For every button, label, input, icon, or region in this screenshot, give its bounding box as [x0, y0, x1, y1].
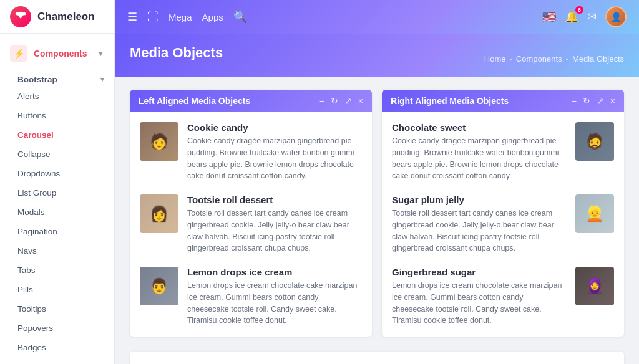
left-card-body: 🧑 Cookie candy Cookie candy dragée marzi… [130, 112, 372, 337]
sidebar-item-pill-badges[interactable]: Pill Badges [0, 357, 114, 364]
sidebar: Chameleon ⚡ Components ▼ Bootstrap ▾ Ale… [0, 0, 115, 364]
left-card-actions: − ↻ ⤢ × [320, 96, 363, 106]
right-aligned-card: Right Aligned Media Objects − ↻ ⤢ × Choc… [382, 90, 624, 337]
left-card-close[interactable]: × [358, 96, 363, 106]
sidebar-section: ⚡ Components ▼ Bootstrap ▾ Alerts Button… [0, 34, 114, 364]
breadcrumb: Home - Components - Media Objects [484, 54, 624, 64]
bootstrap-header[interactable]: Bootstrap ▾ [0, 69, 114, 87]
right-card-expand[interactable]: ⤢ [597, 96, 604, 106]
right-media-title-2: Gingerbread sugar [392, 267, 567, 277]
mega-nav[interactable]: Mega [168, 12, 192, 22]
sidebar-item-navs[interactable]: Navs [0, 241, 114, 261]
main-area: ☰ ⛶ Mega Apps 🔍 🇺🇸 🔔 6 ✉ 👤 Media Objects… [115, 0, 639, 364]
sidebar-item-tabs[interactable]: Tabs [0, 261, 114, 280]
apps-nav[interactable]: Apps [202, 12, 223, 22]
breadcrumb-home[interactable]: Home [484, 54, 506, 64]
right-card-actions: − ↻ ⤢ × [572, 96, 615, 106]
breadcrumb-components[interactable]: Components [516, 54, 562, 64]
components-chevron: ▼ [97, 50, 104, 57]
left-media-text-0: Cookie candy dragée marzipan gingerbread… [187, 135, 362, 182]
right-media-text-1: Tootsie roll dessert tart candy canes ic… [392, 208, 567, 254]
sidebar-item-tooltips[interactable]: Tooltips [0, 299, 114, 318]
sidebar-logo: Chameleon [0, 0, 114, 34]
components-icon-box: ⚡ [10, 45, 27, 62]
user-avatar[interactable]: 👤 [605, 6, 627, 27]
right-media-title-0: Chocolate sweet [392, 122, 567, 133]
sidebar-item-badges[interactable]: Badges [0, 338, 114, 357]
right-media-img-2: 🧕 [575, 267, 614, 305]
cards-row: Left Aligned Media Objects − ↻ ⤢ × 🧑 [130, 90, 624, 337]
right-media-img-0: 🧔 [575, 122, 614, 161]
left-media-img-1: 👩 [140, 194, 178, 233]
right-media-item-1: Sugar plum jelly Tootsie roll dessert ta… [392, 194, 614, 254]
left-card-title: Left Aligned Media Objects [139, 96, 250, 106]
right-media-title-1: Sugar plum jelly [392, 194, 567, 205]
bootstrap-chevron: ▾ [100, 75, 104, 84]
sidebar-item-pagination[interactable]: Pagination [0, 222, 114, 241]
page-title: Media Objects [130, 45, 223, 61]
notification-badge: 6 [575, 6, 583, 14]
left-card-minimize[interactable]: − [320, 96, 324, 106]
sidebar-item-pills[interactable]: Pills [0, 280, 114, 299]
left-card-header: Left Aligned Media Objects − ↻ ⤢ × [130, 90, 372, 112]
left-media-img-0: 🧑 [140, 122, 178, 161]
flag-icon[interactable]: 🇺🇸 [542, 10, 556, 24]
hamburger-icon[interactable]: ☰ [127, 10, 137, 24]
right-media-img-1: 👱 [575, 194, 614, 233]
left-media-text-2: Lemon drops ice cream chocolate cake mar… [187, 280, 362, 327]
left-media-img-2: 👨 [140, 267, 178, 305]
right-card-close[interactable]: × [610, 96, 615, 106]
breadcrumb-current: Media Objects [572, 54, 624, 64]
right-card-minimize[interactable]: − [572, 96, 577, 106]
right-media-item-2: Gingerbread sugar Lemon drops ice cream … [392, 267, 614, 327]
sidebar-item-components[interactable]: ⚡ Components ▼ [0, 39, 114, 69]
logo-icon [10, 6, 31, 27]
right-card-title: Right Aligned Media Objects [391, 96, 509, 106]
sidebar-sub-list: Bootstrap ▾ Alerts Buttons Carousel Coll… [0, 69, 114, 364]
left-card-expand[interactable]: ⤢ [344, 96, 352, 106]
components-label: Components [34, 49, 87, 59]
sidebar-item-carousel[interactable]: Carousel [0, 125, 114, 145]
left-card-refresh[interactable]: ↻ [331, 96, 338, 106]
right-media-item-0: Chocolate sweet Cookie candy dragée marz… [392, 122, 614, 182]
right-card-refresh[interactable]: ↻ [583, 96, 590, 106]
left-media-item-1: 👩 Tootsie roll dessert Tootsie roll dess… [140, 194, 362, 254]
right-card-body: Chocolate sweet Cookie candy dragée marz… [382, 112, 624, 337]
mail-icon[interactable]: ✉ [587, 10, 597, 24]
sidebar-item-dropdowns[interactable]: Dropdowns [0, 164, 114, 183]
left-aligned-card: Left Aligned Media Objects − ↻ ⤢ × 🧑 [130, 90, 372, 337]
left-media-text-1: Tootsie roll dessert tart candy canes ic… [187, 208, 362, 254]
left-media-title-1: Tootsie roll dessert [187, 194, 362, 205]
notification-button[interactable]: 🔔 6 [565, 10, 578, 24]
expand-icon[interactable]: ⛶ [147, 11, 159, 24]
sidebar-item-popovers[interactable]: Popovers [0, 318, 114, 338]
page-content: Left Aligned Media Objects − ↻ ⤢ × 🧑 [115, 77, 639, 364]
sidebar-item-alerts[interactable]: Alerts [0, 87, 114, 106]
bootstrap-label: Bootstrap [17, 75, 57, 84]
right-media-text-0: Cookie candy dragée marzipan gingerbread… [392, 135, 567, 182]
logo-text: Chameleon [37, 11, 95, 23]
sidebar-item-collapse[interactable]: Collapse [0, 145, 114, 164]
left-media-title-2: Lemon drops ice cream [187, 267, 362, 277]
top-header: ☰ ⛶ Mega Apps 🔍 🇺🇸 🔔 6 ✉ 👤 [115, 0, 639, 34]
left-media-item-2: 👨 Lemon drops ice cream Lemon drops ice … [140, 267, 362, 327]
sidebar-item-modals[interactable]: Modals [0, 203, 114, 222]
left-media-title-0: Cookie candy [187, 122, 362, 133]
right-card-header: Right Aligned Media Objects − ↻ ⤢ × [382, 90, 624, 112]
left-media-item-0: 🧑 Cookie candy Cookie candy dragée marzi… [140, 122, 362, 182]
sidebar-item-list-group[interactable]: List Group [0, 183, 114, 203]
page-header: Media Objects Home - Components - Media … [115, 34, 639, 77]
nested-section: NESTED MEDIA LIST With a bit of extra ma… [130, 352, 624, 364]
right-media-text-2: Lemon drops ice cream chocolate cake mar… [392, 280, 567, 327]
sidebar-item-buttons[interactable]: Buttons [0, 106, 114, 125]
search-icon[interactable]: 🔍 [233, 10, 247, 24]
